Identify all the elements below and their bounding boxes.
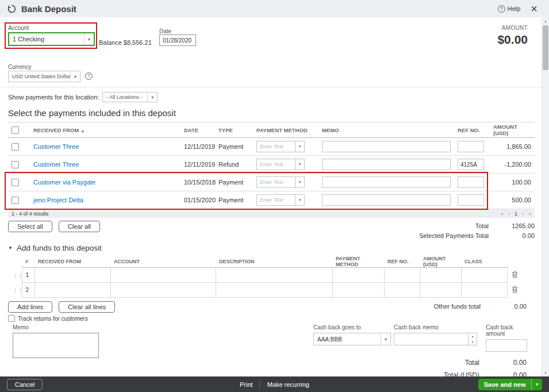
currency-help-icon[interactable]: ? bbox=[85, 72, 93, 80]
date-label: Date bbox=[159, 28, 171, 34]
payment-method-cell[interactable] bbox=[332, 268, 384, 283]
prev-page-icon[interactable]: ‹ bbox=[508, 211, 510, 217]
scroll-up-icon[interactable]: ▲ bbox=[542, 17, 549, 25]
amount-cell[interactable] bbox=[420, 268, 461, 283]
account-select[interactable]: 1 Checking ▾ bbox=[8, 32, 95, 46]
add-funds-toggle[interactable]: ▼ Add funds to this deposit bbox=[8, 244, 528, 252]
step-down-icon[interactable]: ▼ bbox=[469, 339, 477, 345]
class-cell[interactable] bbox=[461, 268, 507, 283]
ref-no-input[interactable] bbox=[458, 159, 484, 170]
row-checkbox[interactable] bbox=[11, 197, 19, 204]
scrollbar-thumb[interactable] bbox=[543, 25, 548, 70]
cash-back-goes-to-value: AAA:BBB bbox=[314, 336, 381, 343]
payment-method-combo[interactable]: Enter Text▾ bbox=[256, 176, 305, 188]
received-from-cell[interactable] bbox=[34, 283, 110, 298]
vertical-scrollbar[interactable]: ▲ ▼ bbox=[542, 17, 549, 376]
trash-icon[interactable] bbox=[508, 286, 523, 293]
payment-method-cell[interactable] bbox=[332, 283, 384, 298]
payments-header-row: RECEIVED FROM▲ DATE TYPE PAYMENT METHOD … bbox=[8, 122, 535, 138]
print-button[interactable]: Print bbox=[240, 381, 253, 388]
location-select-value: - All Locations - bbox=[103, 94, 147, 100]
received-from-cell[interactable] bbox=[34, 268, 110, 283]
col-received-from[interactable]: RECEIVED FROM▲ bbox=[30, 122, 181, 138]
amount-summary: AMOUNT $0.00 bbox=[497, 25, 528, 47]
bank-deposit-window: Bank Deposit ? Help × Account 1 Checking… bbox=[0, 0, 549, 392]
memo-input[interactable] bbox=[322, 176, 451, 188]
account-cell[interactable] bbox=[110, 268, 216, 283]
cash-back-goes-to-select[interactable]: AAA:BBB ▾ bbox=[313, 333, 391, 345]
col-payment-method: PAYMENT METHOD bbox=[332, 256, 384, 268]
current-page[interactable]: 1 bbox=[515, 211, 517, 217]
memo-input[interactable] bbox=[322, 141, 451, 152]
cash-back-amount-input[interactable] bbox=[486, 339, 527, 352]
drag-handle-icon[interactable]: ⋮⋮ bbox=[13, 287, 23, 293]
cancel-button[interactable]: Cancel bbox=[7, 379, 43, 390]
payment-row: Customer Three 12/11/2019 Refund Enter T… bbox=[8, 156, 535, 174]
add-funds-section: ▼ Add funds to this deposit # RECEIVED F… bbox=[0, 244, 542, 376]
save-and-new-button[interactable]: Save and new ▾ bbox=[478, 379, 542, 390]
payment-type: Refund bbox=[215, 156, 253, 174]
account-cell[interactable] bbox=[110, 283, 216, 298]
payment-method-combo[interactable]: Enter Text▾ bbox=[256, 159, 305, 170]
row-checkbox[interactable] bbox=[11, 179, 19, 186]
clear-all-button[interactable]: Clear all bbox=[59, 221, 100, 232]
currency-select[interactable]: USD United States Dollar ▾ bbox=[8, 71, 80, 82]
location-select[interactable]: - All Locations - ▾ bbox=[102, 92, 158, 102]
cash-back-memo-group: Cash back memo ▲ ▼ bbox=[394, 324, 477, 345]
customer-link[interactable]: Customer Three bbox=[33, 143, 79, 150]
help-button[interactable]: ? Help bbox=[498, 5, 521, 13]
track-returns-checkbox[interactable] bbox=[8, 315, 15, 322]
payment-date: 12/11/2019 bbox=[181, 138, 215, 156]
next-page-icon[interactable]: › bbox=[522, 211, 524, 217]
col-type: TYPE bbox=[215, 122, 253, 138]
customer-link[interactable]: Customer Three bbox=[33, 161, 79, 168]
payment-type: Payment bbox=[215, 138, 253, 156]
select-all-checkbox[interactable] bbox=[11, 126, 19, 134]
other-funds-total: Other funds total 0.00 bbox=[434, 301, 527, 311]
payment-method-placeholder: Enter Text bbox=[257, 195, 295, 205]
description-cell[interactable] bbox=[216, 283, 332, 298]
clear-all-lines-button[interactable]: Clear all lines bbox=[59, 301, 115, 313]
ref-no-cell[interactable] bbox=[384, 268, 420, 283]
customer-link[interactable]: Customer via Paygate bbox=[33, 179, 95, 186]
date-input[interactable] bbox=[159, 34, 196, 46]
cash-back-memo-field: ▲ ▼ bbox=[394, 333, 477, 345]
row-checkbox[interactable] bbox=[11, 143, 19, 151]
ref-no-cell[interactable] bbox=[384, 283, 420, 298]
add-funds-actions: Add lines Clear all lines Other funds to… bbox=[13, 301, 527, 313]
line-buttons: Add lines Clear all lines bbox=[8, 301, 120, 313]
memo-input[interactable] bbox=[322, 159, 451, 170]
col-class: CLASS bbox=[461, 256, 507, 268]
amount-cell[interactable] bbox=[420, 283, 461, 298]
help-icon: ? bbox=[498, 5, 505, 13]
scroll-down-icon[interactable]: ▼ bbox=[542, 369, 549, 376]
memo-textarea[interactable] bbox=[13, 333, 99, 358]
close-icon[interactable]: × bbox=[531, 3, 538, 14]
class-cell[interactable] bbox=[461, 283, 507, 298]
description-cell[interactable] bbox=[216, 268, 332, 283]
make-recurring-button[interactable]: Make recurring bbox=[267, 381, 309, 388]
first-page-icon[interactable]: « bbox=[501, 211, 504, 217]
col-memo: MEMO bbox=[318, 122, 454, 138]
ref-no-input[interactable] bbox=[458, 176, 484, 188]
trash-icon[interactable] bbox=[508, 271, 523, 278]
account-label: Account bbox=[8, 25, 29, 31]
add-lines-button[interactable]: Add lines bbox=[8, 301, 52, 313]
memo-input[interactable] bbox=[322, 194, 451, 206]
cash-back-memo-input[interactable] bbox=[394, 333, 468, 345]
payment-method-combo[interactable]: Enter Text▾ bbox=[256, 141, 305, 152]
customer-link[interactable]: jeno:Project Delta bbox=[33, 197, 83, 203]
last-page-icon[interactable]: » bbox=[528, 211, 531, 217]
payment-type: Payment bbox=[215, 174, 253, 191]
ref-no-input[interactable] bbox=[458, 194, 484, 206]
drag-handle-icon[interactable]: ⋮⋮ bbox=[13, 272, 23, 278]
select-all-button[interactable]: Select all bbox=[8, 221, 52, 232]
payments-heading: Select the payments included in this dep… bbox=[8, 108, 535, 118]
chevron-down-icon: ▾ bbox=[147, 93, 157, 102]
save-options-chevron-icon[interactable]: ▾ bbox=[531, 379, 542, 390]
col-account: ACCOUNT bbox=[110, 256, 216, 268]
ref-no-input[interactable] bbox=[458, 141, 484, 152]
row-checkbox[interactable] bbox=[11, 161, 19, 168]
payment-method-combo[interactable]: Enter Text▾ bbox=[256, 194, 305, 206]
step-up-icon[interactable]: ▲ bbox=[469, 333, 477, 339]
